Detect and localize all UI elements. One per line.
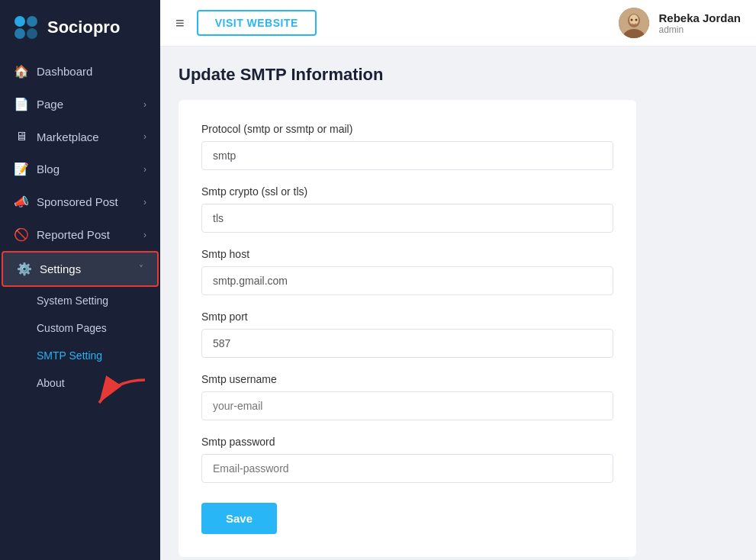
reported-post-icon: 🚫 bbox=[14, 227, 29, 242]
sidebar: Sociopro 🏠 Dashboard 📄 Page › 🖥 Marketpl… bbox=[0, 0, 160, 560]
protocol-label: Protocol (smtp or ssmtp or mail) bbox=[201, 123, 613, 135]
sponsored-post-icon: 📣 bbox=[14, 195, 29, 209]
sidebar-item-label: Settings bbox=[40, 262, 131, 275]
crypto-group: Smtp crypto (ssl or tls) bbox=[201, 185, 613, 233]
user-name: Rebeka Jordan bbox=[658, 11, 741, 24]
smtp-form-card: Protocol (smtp or ssmtp or mail) Smtp cr… bbox=[179, 100, 636, 557]
dashboard-icon: 🏠 bbox=[14, 64, 29, 79]
password-label: Smtp password bbox=[201, 436, 613, 448]
crypto-label: Smtp crypto (ssl or tls) bbox=[201, 185, 613, 198]
menu-icon[interactable]: ≡ bbox=[175, 14, 185, 32]
avatar-image bbox=[619, 8, 649, 38]
settings-icon: ⚙️ bbox=[17, 262, 32, 276]
sidebar-item-page[interactable]: 📄 Page › bbox=[0, 88, 160, 121]
topbar: ≡ VISIT WEBSITE Rebe bbox=[160, 0, 756, 47]
chevron-right-icon: › bbox=[143, 164, 146, 175]
logo: Sociopro bbox=[0, 0, 160, 55]
port-group: Smtp port bbox=[201, 311, 613, 358]
svg-point-1 bbox=[27, 16, 37, 27]
host-input[interactable] bbox=[201, 266, 613, 295]
sidebar-item-blog[interactable]: 📝 Blog › bbox=[0, 153, 160, 185]
chevron-right-icon: › bbox=[143, 131, 146, 142]
sidebar-item-label: Sponsored Post bbox=[37, 195, 136, 208]
username-label: Smtp username bbox=[201, 373, 613, 385]
svg-point-9 bbox=[635, 19, 638, 21]
username-group: Smtp username bbox=[201, 373, 613, 420]
logo-icon bbox=[12, 14, 40, 41]
password-group: Smtp password bbox=[201, 436, 613, 483]
chevron-right-icon: › bbox=[143, 197, 146, 208]
svg-point-3 bbox=[27, 28, 37, 39]
svg-point-8 bbox=[631, 19, 633, 21]
subitem-label: About bbox=[37, 377, 65, 389]
sidebar-item-settings[interactable]: ⚙️ Settings ˅ bbox=[2, 251, 159, 287]
sidebar-subitem-smtp-setting[interactable]: SMTP Setting bbox=[0, 342, 160, 369]
sidebar-item-dashboard[interactable]: 🏠 Dashboard bbox=[0, 55, 160, 88]
sidebar-item-marketplace[interactable]: 🖥 Marketplace › bbox=[0, 121, 160, 153]
sidebar-item-label: Marketplace bbox=[37, 130, 136, 143]
sidebar-subitem-about[interactable]: About bbox=[0, 369, 160, 397]
user-info: Rebeka Jordan admin bbox=[658, 11, 741, 35]
sidebar-item-label: Blog bbox=[37, 163, 136, 175]
page-title: Update SMTP Information bbox=[179, 65, 738, 85]
subitem-label: System Setting bbox=[37, 294, 108, 307]
host-label: Smtp host bbox=[201, 248, 613, 260]
sidebar-subitem-custom-pages[interactable]: Custom Pages bbox=[0, 314, 160, 342]
marketplace-icon: 🖥 bbox=[14, 130, 29, 143]
svg-point-0 bbox=[14, 16, 25, 27]
sidebar-item-sponsored-post[interactable]: 📣 Sponsored Post › bbox=[0, 185, 160, 218]
sidebar-nav: 🏠 Dashboard 📄 Page › 🖥 Marketplace › 📝 B… bbox=[0, 55, 160, 560]
subitem-label: SMTP Setting bbox=[37, 349, 102, 362]
user-role: admin bbox=[658, 24, 741, 35]
protocol-group: Protocol (smtp or ssmtp or mail) bbox=[201, 123, 613, 170]
logo-text: Sociopro bbox=[47, 18, 120, 37]
protocol-input[interactable] bbox=[201, 141, 613, 170]
page-icon: 📄 bbox=[14, 97, 29, 111]
crypto-input[interactable] bbox=[201, 204, 613, 233]
sidebar-item-label: Reported Post bbox=[37, 228, 136, 241]
chevron-down-icon: ˅ bbox=[139, 264, 143, 275]
visit-website-button[interactable]: VISIT WEBSITE bbox=[197, 10, 317, 36]
port-label: Smtp port bbox=[201, 311, 613, 323]
sidebar-subitem-system-setting[interactable]: System Setting bbox=[0, 287, 160, 314]
topbar-user-area: Rebeka Jordan admin bbox=[619, 8, 741, 38]
port-input[interactable] bbox=[201, 329, 613, 358]
content-area: Update SMTP Information Protocol (smtp o… bbox=[160, 47, 756, 560]
avatar bbox=[619, 8, 649, 38]
save-button[interactable]: Save bbox=[201, 503, 277, 534]
chevron-right-icon: › bbox=[143, 230, 146, 240]
sidebar-item-reported-post[interactable]: 🚫 Reported Post › bbox=[0, 218, 160, 251]
username-input[interactable] bbox=[201, 391, 613, 420]
password-input[interactable] bbox=[201, 454, 613, 483]
sidebar-item-label: Dashboard bbox=[37, 65, 146, 78]
host-group: Smtp host bbox=[201, 248, 613, 295]
sidebar-item-label: Page bbox=[37, 98, 136, 111]
subitem-label: Custom Pages bbox=[37, 322, 107, 334]
chevron-right-icon: › bbox=[143, 99, 146, 110]
blog-icon: 📝 bbox=[14, 162, 29, 176]
main-content: ≡ VISIT WEBSITE Rebe bbox=[160, 0, 756, 560]
svg-point-2 bbox=[14, 28, 25, 39]
